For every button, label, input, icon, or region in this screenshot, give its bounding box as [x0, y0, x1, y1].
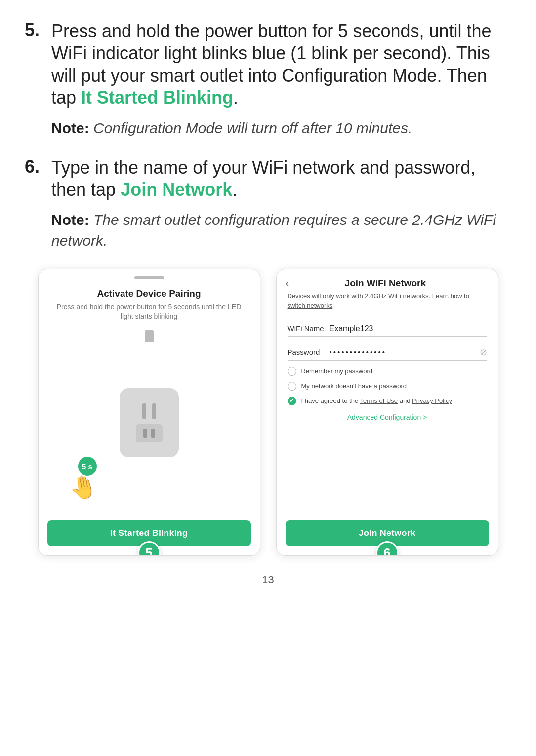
- step-5-number: 5.: [25, 20, 51, 40]
- outlet-face-icon: [136, 424, 163, 442]
- no-password-label: My network doesn't have a password: [301, 382, 407, 390]
- privacy-policy-link[interactable]: Privacy Policy: [412, 397, 452, 404]
- screen2-header: ‹ Join WiFi Network: [277, 269, 498, 292]
- agree-terms-checkbox[interactable]: [288, 397, 296, 405]
- step-5-highlight: It Started Blinking: [81, 88, 233, 108]
- wifi-name-row: WiFi Name Example123: [288, 319, 487, 336]
- password-label: Password: [288, 348, 330, 356]
- step-6-number: 6.: [25, 156, 51, 177]
- step-5-block: 5. Press and hold the power button for 5…: [25, 20, 511, 138]
- remember-password-label: Remember my password: [301, 367, 373, 375]
- wifi-name-label: WiFi Name: [288, 324, 330, 333]
- screen2: ‹ Join WiFi Network Devices will only wo…: [276, 269, 498, 556]
- outlet-slot-right-icon: [151, 429, 155, 438]
- remember-password-checkbox[interactable]: [288, 367, 296, 376]
- step-6-note-text: The smart outlet configuration requires …: [51, 212, 496, 249]
- step-6-highlight: Join Network: [121, 179, 232, 200]
- no-password-row: My network doesn't have a password: [288, 382, 487, 391]
- remember-password-row: Remember my password: [288, 367, 487, 376]
- step-5-text-after: .: [233, 88, 238, 108]
- password-divider: [288, 360, 487, 361]
- password-value[interactable]: ••••••••••••••: [330, 348, 480, 356]
- agree-terms-text-middle: and: [398, 397, 412, 404]
- handle-bar-icon: [134, 276, 164, 279]
- advanced-configuration-link[interactable]: Advanced Configuration >: [288, 408, 487, 426]
- wire-top-icon: [145, 330, 154, 342]
- screen1: Activate Device Pairing Press and hold t…: [38, 269, 260, 556]
- back-icon[interactable]: ‹: [286, 277, 289, 289]
- wifi-name-divider: [288, 336, 487, 337]
- step-6-content: Type in the name of your WiFi network an…: [51, 156, 511, 251]
- step-6-block: 6. Type in the name of your WiFi network…: [25, 156, 511, 251]
- prong-left-icon: [142, 403, 146, 419]
- prong-right-icon: [152, 403, 156, 419]
- agree-terms-row: I have agreed to the Terms of Use and Pr…: [288, 397, 487, 405]
- step-5-note-text: Configuration Mode will turn off after 1…: [89, 120, 412, 136]
- eye-icon[interactable]: ⊘: [480, 347, 487, 357]
- step-6-text-before: Type in the name of your WiFi network an…: [51, 157, 475, 200]
- screen2-note-text: Devices will only work with 2.4GHz WiFi …: [288, 292, 432, 300]
- screen2-title: Join WiFi Network: [293, 278, 489, 289]
- device-illustration: 5 s 🤚: [39, 330, 260, 515]
- password-row: Password •••••••••••••• ⊘: [288, 342, 487, 360]
- step-5-note-label: Note:: [51, 120, 89, 136]
- step-5-note: Note: Configuration Mode will turn off a…: [51, 118, 511, 138]
- hand-press-icon: 🤚: [67, 471, 99, 502]
- screen2-body: Devices will only work with 2.4GHz WiFi …: [277, 292, 498, 518]
- step-5-content: Press and hold the power button for 5 se…: [51, 20, 511, 138]
- no-password-checkbox[interactable]: [288, 382, 296, 391]
- terms-of-use-link[interactable]: Terms of Use: [360, 397, 398, 404]
- screen1-handle: [39, 269, 260, 281]
- step-6-note-label: Note:: [51, 212, 89, 228]
- step-6-text-after: .: [232, 179, 237, 200]
- step-5-main-text: Press and hold the power button for 5 se…: [51, 20, 511, 109]
- outlet-slot-left-icon: [143, 429, 147, 438]
- step-6-note: Note: The smart outlet configuration req…: [51, 210, 511, 251]
- screen2-note: Devices will only work with 2.4GHz WiFi …: [288, 292, 487, 311]
- page-number: 13: [25, 574, 511, 586]
- screenshots-row: Activate Device Pairing Press and hold t…: [25, 269, 511, 556]
- wifi-name-value[interactable]: Example123: [330, 324, 487, 333]
- agree-terms-text-before: I have agreed to the: [301, 397, 360, 404]
- screen1-subtitle: Press and hold the power button for 5 se…: [39, 302, 260, 330]
- agree-terms-label: I have agreed to the Terms of Use and Pr…: [301, 397, 452, 404]
- outlet-device-icon: [120, 388, 179, 457]
- screen1-title: Activate Device Pairing: [39, 281, 260, 302]
- step-6-main-text: Type in the name of your WiFi network an…: [51, 156, 511, 201]
- outlet-prongs-icon: [142, 403, 156, 419]
